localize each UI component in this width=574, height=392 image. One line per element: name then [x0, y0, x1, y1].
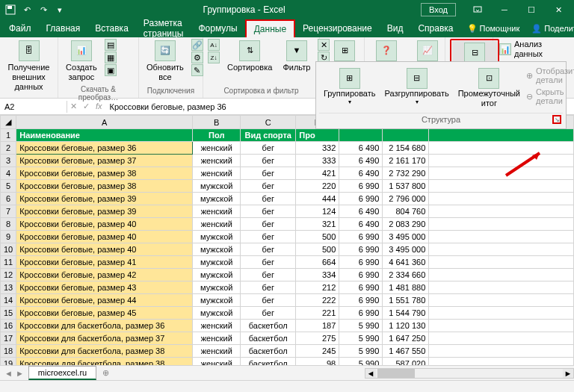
cell[interactable]: Кроссовки беговые, размер 40 — [16, 231, 193, 243]
prev-sheet-icon[interactable]: ◄ — [4, 369, 13, 378]
row-header[interactable]: 2 — [1, 142, 16, 155]
cell[interactable]: 2 154 680 — [383, 142, 429, 155]
show-queries-icon[interactable]: ▤ — [105, 39, 117, 51]
cell[interactable]: бег — [241, 281, 296, 294]
cell[interactable] — [339, 129, 383, 142]
cell[interactable]: 6 990 — [339, 243, 383, 256]
properties-icon[interactable]: ⚙ — [191, 52, 203, 63]
sort-button[interactable]: ⇅Сортировка — [224, 39, 275, 74]
cell[interactable]: мужской — [193, 269, 241, 281]
sort-az-icon[interactable]: A↓ — [208, 39, 220, 51]
cell[interactable]: 1 481 880 — [383, 281, 429, 294]
cell[interactable]: 444 — [296, 193, 339, 205]
col-header[interactable]: A — [16, 116, 193, 129]
row-header[interactable]: 18 — [1, 345, 16, 358]
cell[interactable]: 500 — [296, 231, 339, 243]
cell[interactable]: бег — [241, 294, 296, 307]
row-header[interactable]: 14 — [1, 294, 16, 307]
cell[interactable]: 5 990 — [339, 332, 383, 345]
share-button[interactable]: 👤Поделиться — [525, 24, 574, 34]
new-query-button[interactable]: 📊Создать запрос — [63, 39, 100, 84]
cell[interactable]: Кроссовки для баскетбола, размер 37 — [16, 332, 193, 345]
cell[interactable]: 1 120 130 — [383, 320, 429, 332]
cell[interactable] — [383, 129, 429, 142]
col-header[interactable]: B — [193, 116, 241, 129]
next-sheet-icon[interactable]: ► — [16, 369, 24, 378]
cell[interactable]: 5 990 — [339, 345, 383, 358]
horizontal-scrollbar[interactable]: ◄► — [365, 368, 574, 379]
cell[interactable]: Кроссовки беговые, размер 39 — [16, 193, 193, 205]
ungroup-button[interactable]: ⊟Разгруппировать▾ — [380, 65, 454, 111]
tab-file[interactable]: Файл — [1, 20, 39, 37]
cell[interactable]: Кроссовки беговые, размер 38 — [16, 180, 193, 193]
cell[interactable]: Кроссовки беговые, размер 37 — [16, 155, 193, 167]
cell[interactable]: 2 083 290 — [383, 218, 429, 231]
cell[interactable]: 2 796 000 — [383, 193, 429, 205]
cell[interactable]: 3 495 000 — [383, 243, 429, 256]
sheet-tab[interactable]: microexcel.ru — [28, 366, 96, 380]
cell[interactable]: женский — [193, 332, 241, 345]
cell[interactable]: Кроссовки беговые, размер 38 — [16, 167, 193, 180]
cell[interactable] — [429, 155, 574, 167]
group-button[interactable]: ⊞Группировать▾ — [319, 65, 380, 111]
cell[interactable]: женский — [193, 205, 241, 218]
cell[interactable] — [429, 205, 574, 218]
cell[interactable]: бег — [241, 218, 296, 231]
cell[interactable]: мужской — [193, 243, 241, 256]
cell[interactable]: 6 990 — [339, 231, 383, 243]
cell[interactable] — [429, 218, 574, 231]
cell[interactable]: Кроссовки беговые, размер 36 — [16, 142, 193, 155]
cell[interactable] — [429, 142, 574, 155]
cell[interactable]: Про — [296, 129, 339, 142]
cell[interactable]: бег — [241, 243, 296, 256]
cell[interactable]: 4 641 360 — [383, 256, 429, 269]
cell[interactable]: женский — [193, 345, 241, 358]
cell[interactable]: 187 — [296, 320, 339, 332]
assistant-button[interactable]: 💡Помощник — [461, 24, 526, 34]
get-external-data-button[interactable]: 🗄Получение внешних данных — [4, 39, 53, 94]
cell[interactable]: 212 — [296, 281, 339, 294]
cell[interactable]: женский — [193, 320, 241, 332]
cell[interactable]: бег — [241, 142, 296, 155]
cell[interactable]: 2 161 170 — [383, 155, 429, 167]
cell[interactable]: бег — [241, 193, 296, 205]
cell[interactable] — [429, 294, 574, 307]
cell[interactable]: женский — [193, 218, 241, 231]
cell[interactable]: Вид спорта — [241, 129, 296, 142]
spreadsheet-grid[interactable]: ◢ A B C D E F 1 Наименование Пол Вид спо… — [0, 115, 574, 370]
cell[interactable]: 664 — [296, 256, 339, 269]
connections-icon[interactable]: 🔗 — [191, 39, 203, 51]
row-header[interactable]: 3 — [1, 155, 16, 167]
cell[interactable]: мужской — [193, 231, 241, 243]
row-header[interactable]: 12 — [1, 269, 16, 281]
cell[interactable]: 1 544 790 — [383, 307, 429, 320]
cell[interactable]: 6 490 — [339, 142, 383, 155]
cell[interactable]: 500 — [296, 243, 339, 256]
row-header[interactable]: 7 — [1, 205, 16, 218]
cell[interactable]: бег — [241, 205, 296, 218]
add-sheet-button[interactable]: ⊕ — [96, 368, 115, 378]
cell[interactable] — [429, 281, 574, 294]
tab-view[interactable]: Вид — [380, 20, 411, 37]
select-all[interactable]: ◢ — [1, 116, 16, 129]
tab-review[interactable]: Рецензирование — [295, 20, 380, 37]
redo-icon[interactable]: ↷ — [36, 2, 51, 17]
cell[interactable]: 6 490 — [339, 205, 383, 218]
cell[interactable]: Наименование — [16, 129, 193, 142]
cell[interactable]: 2 334 660 — [383, 269, 429, 281]
cell[interactable]: 6 490 — [339, 218, 383, 231]
row-header[interactable]: 9 — [1, 231, 16, 243]
cell[interactable]: 6 990 — [339, 180, 383, 193]
cell[interactable]: Кроссовки беговые, размер 45 — [16, 307, 193, 320]
cell[interactable]: Кроссовки для баскетбола, размер 38 — [16, 345, 193, 358]
cell[interactable] — [429, 167, 574, 180]
cell[interactable]: Кроссовки беговые, размер 41 — [16, 256, 193, 269]
row-header[interactable]: 15 — [1, 307, 16, 320]
cell[interactable] — [429, 243, 574, 256]
cell[interactable]: 1 467 550 — [383, 345, 429, 358]
row-header[interactable]: 6 — [1, 193, 16, 205]
cell[interactable]: мужской — [193, 180, 241, 193]
maximize-button[interactable]: ☐ — [519, 1, 544, 18]
recent-sources-icon[interactable]: ▣ — [105, 64, 117, 76]
cell[interactable]: 6 990 — [339, 281, 383, 294]
